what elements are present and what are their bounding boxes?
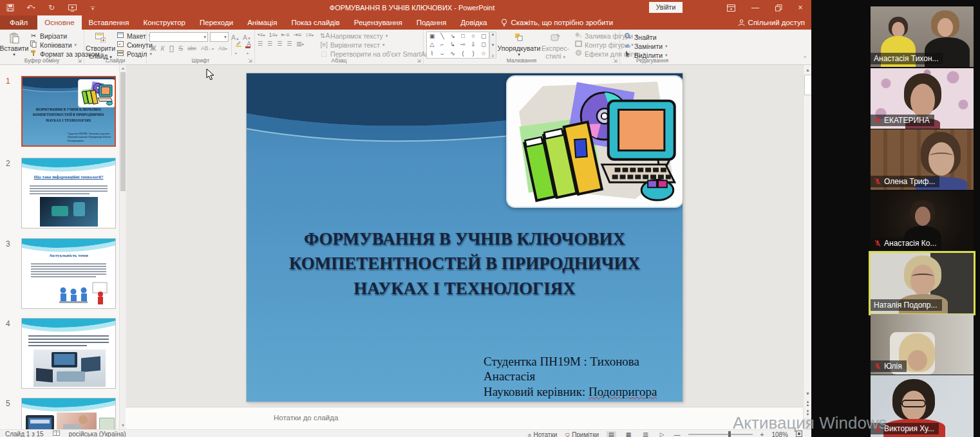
drawing-dialog-launcher[interactable]: ⇲ — [613, 58, 617, 64]
slide-canvas[interactable]: ФОРМУВАННЯ В УЧНІВ КЛЮЧОВИХ КОМПЕТЕНТНОС… — [247, 73, 683, 402]
normal-view-button[interactable]: ▤ — [607, 431, 616, 437]
shape-arrow-line-icon[interactable]: ↘ — [450, 33, 455, 40]
shape-elbow-icon[interactable]: ⌐ — [440, 41, 444, 48]
line-spacing-icon[interactable]: ↕≡▾ — [305, 32, 314, 38]
comments-toggle-button[interactable]: 🗨 Примітки — [565, 431, 599, 437]
slide-thumbnail-4[interactable] — [21, 318, 116, 389]
font-dialog-launcher[interactable]: ⇲ — [248, 58, 252, 64]
start-slideshow-icon[interactable] — [67, 3, 77, 13]
tab-slideshow[interactable]: Показ слайдів — [284, 15, 346, 30]
previous-slide-button[interactable]: ▲▲ — [804, 400, 811, 408]
tab-animations[interactable]: Анімація — [240, 15, 284, 30]
reading-view-button[interactable]: ▥ — [641, 431, 650, 437]
text-direction-button[interactable]: ⇅АНапрямок тексту▾ — [319, 32, 435, 40]
shape-rectangle-icon[interactable]: □ — [461, 33, 464, 40]
tab-help[interactable]: Довідка — [453, 15, 494, 30]
font-name-combobox[interactable]: ▾ — [149, 32, 208, 42]
slide-thumbnail-3[interactable]: Актуальність теми — [21, 238, 116, 309]
restore-button[interactable] — [769, 0, 788, 15]
shapes-gallery-scrollbar[interactable]: ▲▼≡ — [489, 32, 496, 59]
shape-right-arrow-icon[interactable]: ⇨ — [460, 41, 466, 48]
notes-pane[interactable]: Нотатки до слайда — [126, 407, 803, 430]
text-shadow-button[interactable]: abc — [187, 45, 197, 51]
align-text-button[interactable]: [≡]Вирівняти текст▾ — [319, 41, 435, 49]
shape-arc-icon[interactable]: ⌣ — [440, 50, 444, 57]
undo-icon[interactable]: ↶▾ — [26, 3, 36, 13]
shape-triangle-icon[interactable]: △ — [430, 41, 435, 48]
tab-home[interactable]: Основне — [37, 15, 81, 30]
participant-tile[interactable]: Юлія — [871, 314, 974, 375]
clipboard-dialog-launcher[interactable]: ⇲ — [77, 58, 82, 64]
bullets-icon[interactable]: •≡▾ — [258, 32, 265, 38]
clipart-image-box[interactable] — [506, 75, 683, 208]
participant-tile-active-speaker[interactable]: Наталія Подопр... — [871, 253, 974, 313]
zoom-slider-knob[interactable] — [728, 431, 731, 437]
slide-credits[interactable]: Студентка ПН19М : Тихонова Анастасія Нау… — [484, 354, 683, 402]
decrease-indent-icon[interactable]: ⇤≡ — [281, 32, 290, 38]
new-slide-button[interactable]: Створити слайд ▾ — [87, 32, 114, 60]
shapes-gallery[interactable]: ▣╲↘□○▢ △⌐↳⇨⇩◻ ⌇⌣∿()☆ — [426, 32, 489, 59]
scrollbar-thumb[interactable] — [804, 75, 811, 95]
columns-icon[interactable]: ▥▾ — [296, 41, 304, 47]
scroll-down-icon[interactable]: ▼ — [804, 390, 811, 398]
tab-transitions[interactable]: Переходи — [193, 15, 240, 30]
arrange-button[interactable]: Упорядкувати▾ — [500, 32, 538, 57]
strikethrough-button[interactable]: S — [178, 44, 184, 52]
highlight-color-button[interactable]: ▾ — [231, 40, 243, 56]
proofing-language[interactable]: російська (Україна) — [69, 431, 126, 437]
shape-scribble-icon[interactable]: ⌇ — [431, 50, 433, 57]
collapse-ribbon-icon[interactable]: ⌃ — [802, 55, 807, 62]
shape-rounded-rect-icon[interactable]: ▢ — [481, 33, 487, 40]
participant-tile[interactable]: Олена Триф... — [871, 129, 974, 190]
shape-callout-icon[interactable]: ◻ — [481, 41, 485, 48]
quick-styles-button[interactable]: Експрес- стилі ▾ — [542, 32, 569, 60]
redo-icon[interactable]: ↻ — [46, 3, 57, 13]
shape-textbox-icon[interactable]: ▣ — [429, 33, 435, 40]
customize-qat-icon[interactable]: —▾ — [88, 3, 98, 13]
shape-line-icon[interactable]: ╲ — [440, 33, 444, 40]
ribbon-display-options-button[interactable] — [721, 0, 740, 15]
slideshow-view-button[interactable]: ▷ — [658, 431, 666, 437]
tab-review[interactable]: Рецензування — [347, 15, 410, 30]
participant-tile[interactable]: ЕКАТЕРИНА — [871, 68, 974, 129]
shape-left-brace-icon[interactable]: ( — [462, 50, 464, 57]
italic-button[interactable]: К — [160, 44, 165, 52]
thumbnail-scrollbar[interactable]: ▲ ▼ — [119, 65, 126, 429]
slide-title[interactable]: ФОРМУВАННЯ В УЧНІВ КЛЮЧОВИХ КОМПЕТЕНТНОС… — [266, 227, 663, 301]
numbering-icon[interactable]: 1≡▾ — [269, 32, 277, 38]
align-left-icon[interactable]: ☰ — [258, 41, 263, 47]
scroll-up-icon[interactable]: ▲ — [120, 65, 126, 71]
paste-button[interactable]: Вставити▾ — [3, 32, 26, 58]
participant-tile[interactable]: Анастасія Тихон... — [871, 6, 974, 67]
scroll-up-icon[interactable]: ▲ — [804, 66, 811, 74]
shape-star-icon[interactable]: ☆ — [481, 50, 486, 57]
change-case-button[interactable]: Аа▾ — [218, 45, 228, 51]
share-button[interactable]: Спільний доступ — [738, 15, 805, 30]
slide-thumbnail-1[interactable]: ФОРМУВАННЯ В УЧНІВ КЛЮЧОВИХ КОМПЕТЕНТНОС… — [21, 76, 116, 147]
shape-down-arrow-icon[interactable]: ⇩ — [471, 41, 476, 48]
slide-thumbnail-5[interactable]: Інформаційно- — [21, 398, 116, 429]
slide-thumbnail-2[interactable]: Що таке інформаційні технології? — [21, 158, 116, 228]
tell-me-box[interactable]: Скажіть, що потрібно зробити — [495, 15, 620, 30]
notes-toggle-button[interactable]: ≐ Нотатки — [527, 431, 557, 437]
spellcheck-icon[interactable] — [53, 431, 60, 437]
find-button[interactable]: Знайти — [623, 33, 682, 41]
align-center-icon[interactable]: ☰ — [267, 41, 272, 47]
zoom-out-button[interactable]: — — [674, 431, 681, 437]
tab-view[interactable]: Подання — [410, 15, 453, 30]
zoom-slider[interactable] — [688, 434, 753, 435]
slide-sorter-view-button[interactable]: ▦ — [624, 431, 634, 437]
slide-scrollbar[interactable]: ▲ ▼ ▲▲ ▼▼ — [803, 65, 811, 418]
replace-button[interactable]: abЗамінити▾ — [623, 42, 682, 50]
tab-insert[interactable]: Вставлення — [82, 15, 137, 30]
shape-curve-icon[interactable]: ∿ — [450, 50, 455, 57]
close-button[interactable]: × — [791, 0, 810, 15]
tab-file[interactable]: Файл — [0, 15, 37, 30]
bold-button[interactable]: Ж — [149, 44, 157, 52]
shape-elbow-arrow-icon[interactable]: ↳ — [450, 41, 455, 48]
increase-indent-icon[interactable]: ⇥≡ — [294, 32, 302, 38]
font-color-button[interactable]: А▾ — [246, 40, 252, 56]
justify-icon[interactable]: ☰ — [287, 41, 292, 47]
sign-in-button[interactable]: Увійти — [649, 2, 683, 13]
scrollbar-thumb[interactable] — [120, 72, 126, 191]
